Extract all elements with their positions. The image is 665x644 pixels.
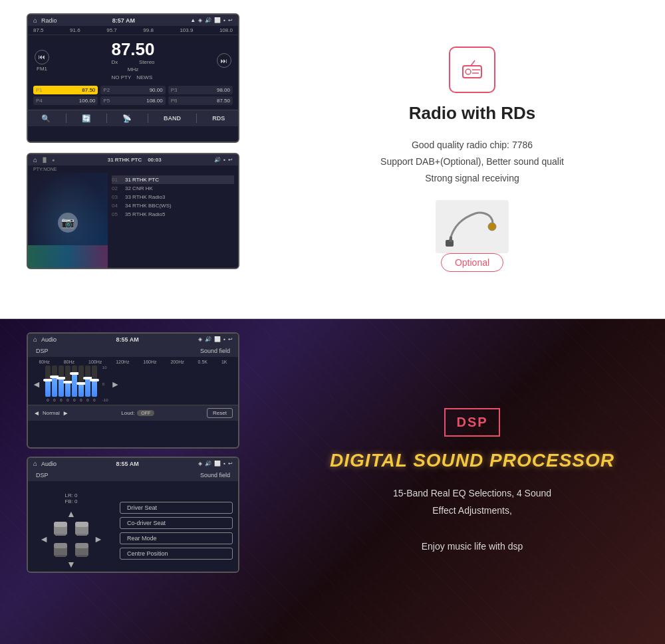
dsp-cam-icon-1: ⬜ — [214, 336, 221, 342]
svg-rect-18 — [75, 543, 88, 548]
svg-point-5 — [488, 223, 496, 231]
dsp-soundfield-screen: ⌂ Audio 8:55 AM ◈ 🔊 ⬜ ▪ ↩ DSP Sound fiel… — [27, 457, 239, 573]
loud-label: Loud: — [121, 410, 134, 416]
dsp-label-1: DSP — [36, 348, 49, 354]
dsp-sound-header-1: DSP Sound field — [28, 345, 238, 357]
station-info: 31 RTHK PTC — [108, 157, 142, 163]
preset-p2[interactable]: P290.00 — [100, 86, 165, 94]
pty-label: PTY:NONE — [28, 165, 238, 173]
next-btn[interactable]: ⏭ — [217, 53, 231, 68]
volume-icon: 🔊 — [205, 17, 211, 23]
dab-channel-1[interactable]: 01 31 RTHK PTC — [112, 175, 234, 184]
radio-presets: P187.50 P290.00 P398.00 P4106.00 P5108.0… — [28, 86, 238, 110]
left-screens: ⌂ Radio 8:57 AM ▲ ◈ 🔊 ⬜ ▪ ↩ 87.5 91.6 — [0, 0, 279, 318]
dsp-home-icon-2: ⌂ — [33, 460, 37, 467]
svg-rect-10 — [55, 534, 66, 536]
svg-rect-7 — [450, 237, 452, 242]
radio-statusbar: ⌂ Radio 8:57 AM ▲ ◈ 🔊 ⬜ ▪ ↩ — [28, 15, 238, 26]
dsp-bottom-controls: ◄ Normal ► Loud: OFF Reset — [28, 405, 238, 421]
eq-bar-5[interactable]: 0 — [78, 366, 84, 402]
radio-freq-bar: 87.5 91.6 95.7 99.8 103.9 108.0 — [28, 26, 238, 35]
dsp-time-2: 8:55 AM — [116, 461, 139, 467]
svg-rect-12 — [75, 522, 88, 527]
freq-display: 87.50 — [111, 41, 154, 58]
antenna-ctrl-icon[interactable]: 📡 — [122, 114, 132, 123]
search-ctrl-icon[interactable]: 🔍 — [41, 114, 51, 123]
antenna-image — [436, 200, 509, 253]
dab-channel-2[interactable]: 02 32 CNR HK — [112, 184, 234, 193]
rds-label[interactable]: RDS — [212, 115, 225, 122]
mode-prev-btn[interactable]: ◄ — [33, 409, 40, 417]
dab-channel-4[interactable]: 04 34 RTHK BBC(WS) — [112, 201, 234, 210]
dab-channel-list: 01 31 RTHK PTC 02 32 CNR HK 03 33 RTHK R… — [108, 173, 238, 269]
eq-bars: 0 0 — [44, 366, 98, 402]
prev-btn[interactable]: ⏮ — [35, 50, 49, 64]
dsp-eq-area: 60Hz 80Hz 100Hz 120Hz 160Hz 200Hz 0.5K 1… — [28, 357, 238, 405]
top-section: ⌂ Radio 8:57 AM ▲ ◈ 🔊 ⬜ ▪ ↩ 87.5 91.6 — [0, 0, 665, 319]
driver-seat-button[interactable]: Driver Seat — [120, 502, 233, 514]
preset-p5[interactable]: P5108.00 — [100, 96, 165, 105]
eq-left-arrow[interactable]: ◄ — [32, 379, 41, 389]
dsp-battery-icon-1: ▪ — [223, 336, 225, 342]
signal-dot: ● — [52, 158, 55, 162]
eq-80hz: 80Hz — [64, 360, 74, 364]
svg-point-1 — [466, 69, 471, 74]
radio-with-rds-title: Radio with RDs — [409, 103, 536, 124]
codriver-seat-button[interactable]: Co-driver Seat — [120, 517, 233, 529]
dab-battery-icon: ▪ — [223, 157, 225, 163]
dsp-app-label-2: Audio — [41, 461, 57, 467]
svg-rect-13 — [76, 534, 87, 536]
rear-mode-button[interactable]: Rear Mode — [120, 532, 233, 544]
right-arrow-icon[interactable]: ► — [94, 534, 103, 544]
dsp-label-2: DSP — [36, 472, 49, 479]
dsp-desc-line1: 15-Band Real EQ Selections, 4 Sound — [393, 488, 551, 498]
eq-100hz: 100Hz — [88, 360, 102, 364]
bottom-section: ⌂ Audio 8:55 AM ◈ 🔊 ⬜ ▪ ↩ DSP Sound fiel… — [0, 319, 665, 644]
preset-p3[interactable]: P398.00 — [168, 86, 233, 94]
centre-position-button[interactable]: Centre Position — [120, 548, 233, 560]
preset-p6[interactable]: P687.50 — [168, 96, 233, 105]
freq-95: 95.7 — [106, 27, 117, 33]
radio-main: ⏮ FM1 87.50 Dx Stereo MHz NO PTY NEWS — [28, 35, 238, 86]
eq-scale-bot: -10 — [102, 398, 108, 402]
left-arrow-icon[interactable]: ◄ — [39, 534, 49, 544]
eq-bar-3[interactable]: 0 — [65, 366, 70, 402]
radio-desc-line3: Strong signal receiving — [425, 173, 519, 183]
down-arrow-icon[interactable]: ▼ — [66, 559, 76, 570]
dab-channel-3[interactable]: 03 33 RTHK Radio3 — [112, 193, 234, 201]
eq-right-arrow[interactable]: ► — [111, 379, 120, 389]
up-arrow-icon[interactable]: ▲ — [66, 508, 76, 519]
codriver-seat-icon — [72, 519, 91, 538]
preset-p1[interactable]: P187.50 — [33, 86, 98, 94]
signal-bars: ▐▌ — [41, 158, 48, 162]
radio-controls: 🔍 🔄 📡 BAND RDS — [28, 110, 238, 126]
dab-timer: 00:03 — [148, 157, 161, 163]
home-icon: ⌂ — [33, 17, 37, 24]
eq-bar-2[interactable]: 0 — [59, 366, 64, 402]
freq-87: 87.5 — [33, 27, 44, 33]
lr-label: LR: 0 — [65, 492, 77, 498]
eq-120hz: 120Hz — [116, 360, 129, 364]
dx-label: Dx — [111, 59, 118, 65]
mode-next-btn[interactable]: ► — [63, 409, 69, 417]
dsp-vol-icon-2: 🔊 — [205, 461, 211, 467]
eq-bar-6[interactable]: 0 — [85, 366, 90, 402]
eq-bar-7[interactable]: 0 — [92, 366, 97, 402]
dab-channel-5[interactable]: 05 35 RTHK Radio5 — [112, 210, 234, 219]
no-pty-label: NO PTY — [111, 74, 131, 80]
eq-bar-1[interactable]: 0 — [52, 366, 57, 402]
sound-field-area: LR: 0 FB: 0 ▲ ◄ — [28, 481, 238, 573]
reset-button[interactable]: Reset — [207, 408, 233, 418]
ch3-name: 33 RTHK Radio3 — [125, 194, 165, 200]
stereo-label: Stereo — [139, 59, 155, 65]
eq-bar-0[interactable]: 0 — [45, 366, 51, 402]
mode-label: Normal — [43, 410, 60, 416]
loud-toggle-off[interactable]: OFF — [137, 410, 154, 416]
eq-200hz: 200Hz — [170, 360, 184, 364]
sound-field-label-1: Sound field — [200, 348, 230, 354]
wifi-icon: ◈ — [198, 17, 202, 23]
dsp-app-label-1: Audio — [41, 336, 57, 343]
band-label[interactable]: BAND — [164, 115, 181, 122]
refresh-ctrl-icon[interactable]: 🔄 — [82, 114, 91, 123]
preset-p4[interactable]: P4106.00 — [33, 96, 98, 105]
